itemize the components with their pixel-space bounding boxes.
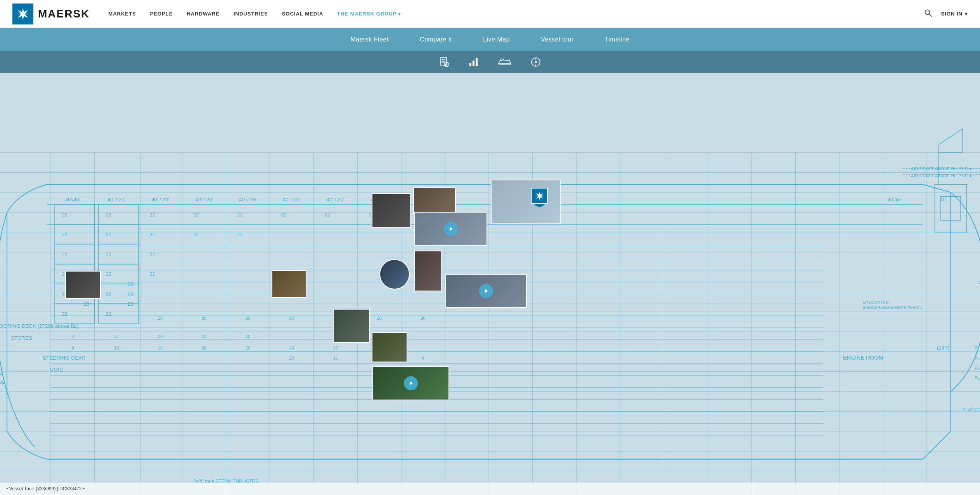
svg-text:(18R): (18R) (937, 345, 950, 351)
svg-text:AIR DRAFT ABOVE BL: 76.5 m: AIR DRAFT ABOVE BL: 76.5 m (911, 166, 972, 171)
svg-text:20: 20 (377, 316, 382, 320)
chevron-down-icon (398, 11, 401, 17)
top-navigation: MAERSK MARKETS PEOPLE HARDWARE INDUSTRIE… (0, 0, 980, 28)
logo-area[interactable]: MAERSK (12, 3, 90, 24)
svg-text:22: 22 (150, 252, 155, 257)
main-content: 40'/45' 40' / 20' 40' / 20' 40' / 20' 40… (0, 73, 980, 495)
photo-workers[interactable] (414, 251, 442, 291)
svg-text:STEERING GEAR: STEERING GEAR (43, 355, 85, 361)
nav-people[interactable]: PEOPLE (150, 11, 173, 17)
compass-icon[interactable] (530, 57, 541, 68)
svg-text:STORES: STORES (11, 335, 32, 341)
maersk-logo-star (12, 3, 33, 24)
document-icon[interactable]: i (439, 57, 450, 68)
signin-chevron-icon (965, 11, 968, 17)
photo-interior-1[interactable] (414, 212, 487, 246)
svg-text:22: 22 (194, 232, 199, 237)
photo-machinery[interactable] (372, 193, 410, 228)
svg-text:18: 18 (158, 346, 163, 350)
svg-text:R-20: R-20 (975, 376, 980, 380)
tab-compare-it[interactable]: Compare it (420, 36, 452, 43)
svg-text:20: 20 (246, 346, 251, 350)
tab-maersk-fleet[interactable]: Maersk Fleet (350, 36, 388, 43)
signin-button[interactable]: SIGN IN (941, 11, 968, 17)
svg-text:8: 8 (71, 334, 74, 339)
svg-text:20: 20 (158, 334, 163, 339)
nav-markets[interactable]: MARKETS (108, 11, 136, 17)
svg-text:R-20: R-20 (975, 366, 980, 370)
tab-timeline[interactable]: Timeline (605, 36, 630, 43)
tab-vessel-tour[interactable]: Vessel tour (541, 36, 574, 43)
svg-text:22: 22 (62, 212, 68, 218)
svg-text:MOORING DECK (27209 above BL): MOORING DECK (27209 above BL) (0, 323, 79, 329)
photo-mid-small[interactable] (272, 270, 306, 298)
photo-left-small[interactable] (65, 271, 101, 299)
svg-text:22: 22 (150, 212, 155, 218)
svg-text:22: 22 (325, 212, 330, 218)
nav-industries[interactable]: INDUSTRIES (234, 11, 268, 17)
svg-text:22: 22 (106, 252, 111, 257)
svg-line-2 (929, 14, 932, 16)
svg-text:20: 20 (84, 301, 89, 307)
nav-social-media[interactable]: SOCIAL MEDIA (282, 11, 323, 17)
svg-text:20: 20 (128, 282, 133, 287)
svg-text:22: 22 (150, 232, 155, 237)
ship-icon[interactable] (498, 57, 512, 67)
svg-text:20: 20 (202, 316, 207, 320)
svg-text:40' / 20': 40' / 20' (195, 197, 213, 202)
svg-rect-11 (476, 58, 478, 66)
svg-text:40'/45': 40'/45' (65, 197, 80, 202)
svg-text:22: 22 (62, 252, 68, 257)
maersk-brand-name: MAERSK (38, 8, 90, 20)
svg-text:ENGINE ROOM MANPIPE TRANK 1: ENGINE ROOM MANPIPE TRANK 1 (863, 306, 922, 310)
svg-text:16: 16 (333, 356, 338, 360)
svg-text:20: 20 (289, 356, 294, 360)
svg-text:40' / 20': 40' / 20' (239, 197, 257, 202)
svg-marker-187 (450, 227, 453, 231)
svg-text:20: 20 (333, 346, 338, 350)
photo-engineer[interactable] (413, 187, 456, 215)
tab-live-map[interactable]: Live Map (483, 36, 510, 43)
photo-crane-exterior[interactable] (491, 180, 561, 224)
chart-icon[interactable] (468, 57, 479, 68)
svg-text:R: R (975, 346, 978, 350)
photo-green-room[interactable] (372, 366, 449, 400)
top-nav-right: SIGN IN (924, 9, 968, 19)
svg-text:20: 20 (158, 316, 163, 320)
svg-text:40' / 20': 40' / 20' (107, 197, 125, 202)
svg-text:ENGINE ROOM: ENGINE ROOM (843, 355, 883, 361)
svg-marker-186 (538, 199, 542, 202)
search-button[interactable] (924, 9, 932, 19)
svg-text:i: i (445, 63, 446, 67)
svg-text:AIR DRAFT ABOVE BL: 73.0 m: AIR DRAFT ABOVE BL: 73.0 m (911, 173, 972, 178)
svg-text:8: 8 (71, 346, 74, 350)
svg-text:20: 20 (421, 316, 426, 320)
svg-text:22: 22 (194, 212, 199, 218)
svg-text:20: 20 (202, 346, 207, 350)
svg-point-15 (535, 61, 537, 63)
svg-text:40'/45': 40'/45' (888, 197, 902, 202)
svg-marker-189 (410, 381, 413, 385)
svg-text:8: 8 (115, 334, 118, 339)
svg-text:22: 22 (106, 232, 111, 237)
photo-workers-group[interactable] (333, 309, 370, 343)
svg-text:22: 22 (106, 272, 111, 277)
photo-people-bottom[interactable] (372, 332, 407, 362)
svg-text:22: 22 (106, 292, 111, 297)
photo-interior-2[interactable] (445, 274, 527, 308)
svg-text:VOID: VOID (50, 367, 64, 373)
svg-text:22R: 22R (978, 280, 980, 285)
svg-marker-0 (16, 8, 29, 20)
svg-text:22: 22 (62, 312, 68, 317)
svg-text:22: 22 (62, 232, 68, 237)
photo-porthole[interactable] (379, 259, 410, 289)
svg-text:22: 22 (237, 212, 243, 218)
icon-bar: i (0, 51, 980, 73)
nav-maersk-group[interactable]: THE MAERSK GROUP (337, 11, 401, 17)
svg-text:40' / 20': 40' / 20' (327, 197, 345, 202)
svg-text:20: 20 (246, 334, 251, 339)
svg-text:FLAT OF SIDE: FLAT OF SIDE (963, 407, 980, 412)
nav-hardware[interactable]: HARDWARE (187, 11, 220, 17)
bottom-bar-text: • Vessel Tour: (333/999) | DC333472 • (6, 486, 85, 492)
svg-text:22: 22 (106, 312, 111, 317)
